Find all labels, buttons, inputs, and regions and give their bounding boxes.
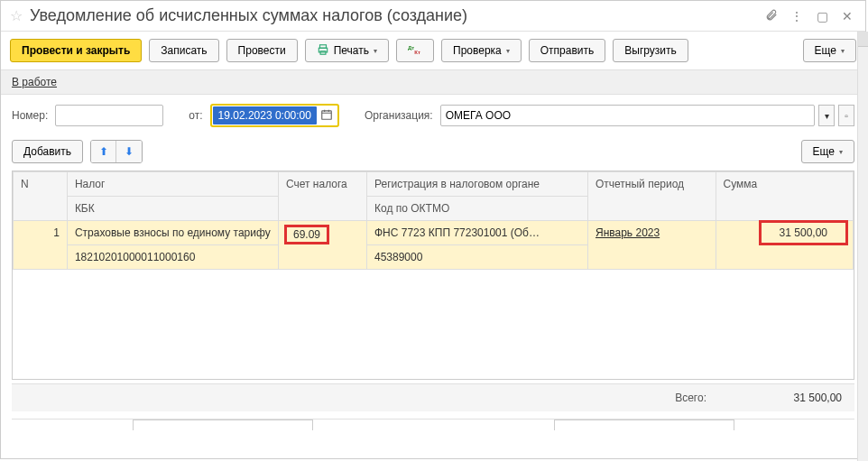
vertical-scrollbar[interactable] [857,32,868,461]
highlight-acct: 69.09 [286,226,328,243]
calendar-icon[interactable] [317,108,337,124]
date-value: 19.02.2023 0:00:00 [213,106,317,124]
date-field[interactable]: 19.02.2023 0:00:00 [210,104,339,127]
col-tax: Налог [67,172,278,197]
org-open-button[interactable]: ▫ [838,105,854,126]
chevron-down-icon: ▾ [506,47,510,55]
table-more-label: Еще [813,145,835,158]
cell-acct: 69.09 [278,221,366,270]
save-button[interactable]: Записать [149,39,218,62]
export-button[interactable]: Выгрузить [613,39,688,62]
svg-text:Кт: Кт [414,49,420,54]
table-row[interactable]: 1 Страховые взносы по единому тарифу 69.… [14,221,854,245]
period-link[interactable]: Январь 2023 [596,226,660,239]
window-title: Уведомление об исчисленных суммах налого… [30,6,755,25]
col-n: N [14,172,68,221]
move-up-button[interactable]: ⬆ [91,141,116,162]
svg-rect-5 [322,110,332,118]
close-icon[interactable]: ✕ [838,9,856,23]
svg-text:Дт: Дт [408,45,414,51]
col-acct: Счет налога [278,172,366,221]
cell-period[interactable]: Январь 2023 [587,221,716,270]
execute-and-close-button[interactable]: Провести и закрыть [10,39,142,62]
total-label: Всего: [675,392,706,404]
number-input[interactable] [55,105,163,126]
cell-reg: ФНС 7723 КПП 772301001 (Об… [366,221,587,245]
more-label: Еще [815,44,836,57]
attach-icon[interactable] [762,8,780,23]
col-sum: Сумма [716,172,853,221]
status-link[interactable]: В работе [12,76,57,88]
printer-icon [317,43,329,59]
check-button[interactable]: Проверка ▾ [441,39,522,62]
more-button[interactable]: Еще ▾ [803,39,856,62]
date-label: от: [189,109,202,122]
execute-button[interactable]: Провести [226,39,298,62]
col-oktmo: Код по ОКТМО [366,197,587,221]
col-reg: Регистрация в налоговом органе [366,172,587,197]
table-more-button[interactable]: Еще ▾ [801,140,854,163]
number-label: Номер: [12,109,48,122]
maximize-icon[interactable]: ▢ [813,9,831,23]
chevron-down-icon: ▾ [841,47,845,55]
cell-oktmo: 45389000 [366,245,587,270]
org-label: Организация: [365,109,433,122]
cutoff-area [12,419,854,446]
print-button[interactable]: Печать ▾ [305,39,389,62]
dtkt-icon: ДтКт [408,43,422,59]
kebab-menu-icon[interactable]: ⋮ [788,9,806,23]
total-value: 31 500,00 [743,392,842,404]
send-button[interactable]: Отправить [529,39,606,62]
chevron-down-icon: ▾ [374,47,377,55]
cell-sum: 31 500,00 [716,221,853,270]
tax-table[interactable]: N Налог Счет налога Регистрация в налого… [12,171,854,380]
dtkt-button[interactable]: ДтКт [396,39,434,62]
totals-footer: Всего: 31 500,00 [12,383,854,411]
organization-input[interactable] [440,105,815,126]
chevron-down-icon: ▾ [839,148,843,156]
highlight-sum: 31 500,00 [762,223,845,243]
cell-kbk: 18210201000011000160 [67,245,278,270]
cell-tax: Страховые взносы по единому тарифу [67,221,278,245]
add-row-button[interactable]: Добавить [12,140,83,163]
check-label: Проверка [453,44,502,57]
favorite-star-icon[interactable]: ☆ [10,7,23,24]
print-label: Печать [334,44,369,57]
cell-n: 1 [14,221,68,270]
col-kbk: КБК [67,197,278,221]
org-dropdown-button[interactable]: ▾ [818,105,835,126]
col-period: Отчетный период [587,172,716,221]
move-down-button[interactable]: ⬇ [116,141,142,162]
